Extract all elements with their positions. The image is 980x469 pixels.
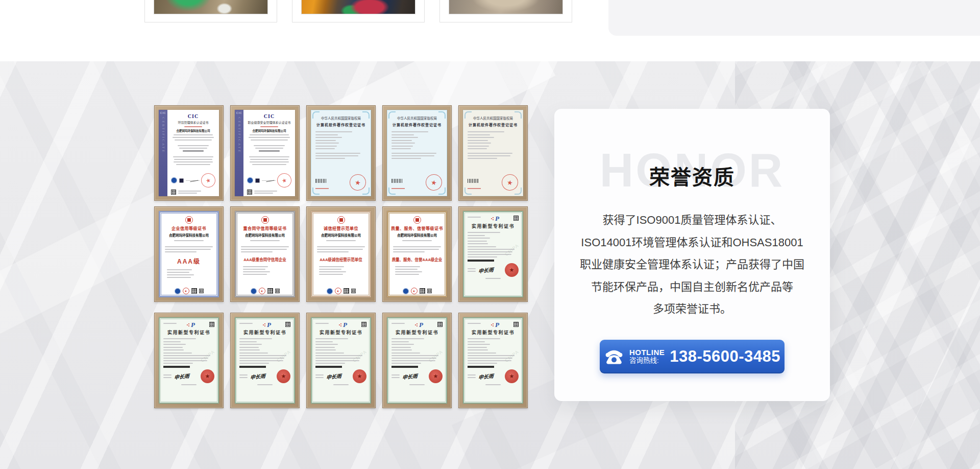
signature-line xyxy=(186,180,200,181)
signature-line xyxy=(262,180,276,181)
certificate-title: 实用新型专利证书 xyxy=(239,329,290,336)
cic-roundel-icon xyxy=(171,177,177,183)
certificate-company: 合肥珂玛环保科技有限公司 xyxy=(245,232,285,238)
gallery-card[interactable] xyxy=(292,0,425,22)
certificate-card-cic[interactable]: CICCERTIFICATECIC职业健康安全管理体系认证证书合肥珂玛环保科技有… xyxy=(230,105,300,201)
barcode-bar xyxy=(163,366,190,368)
certificate-title: 实用新型专利证书 xyxy=(391,329,443,336)
certificate-card-patent[interactable]: P实用新型专利证书申长雨★ xyxy=(458,206,528,302)
corner-flourish-icon xyxy=(388,111,396,119)
certificate-card-credit[interactable]: 质量、服务、信誉等级证书合肥珂玛环保科技有限公司质量、服务、信誉AAA级企业★ xyxy=(382,206,452,302)
red-star-roundel-icon: ★ xyxy=(259,288,265,294)
certificate-card-patent[interactable]: P实用新型专利证书申长雨★ xyxy=(458,313,528,408)
gallery-card[interactable] xyxy=(439,0,572,22)
certificate-award: AAA级 xyxy=(177,256,201,265)
hotline-button[interactable]: HOTLINE 咨询热线: 138-5600-3485 xyxy=(600,340,785,373)
barcode-bar xyxy=(315,366,342,368)
qr-code-icon xyxy=(199,289,204,293)
qr-code-icon xyxy=(437,322,443,327)
certificate-card-patent[interactable]: P实用新型专利证书申长雨★ xyxy=(154,313,224,408)
phone-icon xyxy=(604,348,624,365)
certificate-company: 合肥珂玛环保科技有限公司 xyxy=(247,129,291,133)
red-star-stamp-icon: ★ xyxy=(276,172,293,189)
cic-logo: CIC xyxy=(247,113,291,119)
qr-code-icon xyxy=(247,190,252,195)
qr-code-icon xyxy=(513,322,519,327)
certificate-card-patent[interactable]: P实用新型专利证书申长雨★ xyxy=(230,313,300,408)
signature: 申长雨 xyxy=(250,371,265,381)
barcode-bar xyxy=(468,366,494,368)
barcode-icon xyxy=(315,179,327,183)
hotline-phone-number: 138-5600-3485 xyxy=(670,347,780,366)
qr-code-icon xyxy=(361,322,366,327)
barcode-icon xyxy=(391,179,403,183)
certificate-company: 合肥珂玛环保科技有限公司 xyxy=(171,129,215,133)
certificate-title: 计算机软件著作权登记证书 xyxy=(468,122,519,127)
cnipa-logo-icon: P xyxy=(495,322,499,328)
concrete-trench-photo xyxy=(449,0,563,14)
red-star-roundel-icon: ★ xyxy=(183,288,189,294)
qr-code-icon xyxy=(513,216,519,221)
certificate-title: 环境管理体系认证证书 xyxy=(171,120,215,125)
qr-code-icon xyxy=(275,289,280,293)
cnipa-logo-icon: P xyxy=(191,322,195,328)
honor-description-line: ISO14001环境管理体系认证和OHSAS18001 xyxy=(574,231,811,254)
top-right-panel xyxy=(608,0,980,36)
qr-code-icon xyxy=(351,289,356,293)
patent-seal-icon: ★ xyxy=(429,369,443,383)
certification-roundel-icon xyxy=(327,288,333,294)
qr-code-icon xyxy=(427,289,432,293)
certificate-issuer: 中华人民共和国国家版权局 xyxy=(391,115,443,121)
hotline-labels: HOTLINE 咨询热线: xyxy=(629,348,665,365)
red-star-roundel-icon: ★ xyxy=(335,288,341,294)
signature: 申长雨 xyxy=(478,371,494,381)
certificate-award: 质量、服务、信誉AAA级企业 xyxy=(392,256,443,262)
certificate-side-band: CICCERTIFICATE xyxy=(235,110,243,196)
certificate-company: 合肥珂玛环保科技有限公司 xyxy=(397,232,437,238)
certificate-title: 计算机软件著作权登记证书 xyxy=(315,122,366,127)
certificate-award: AAA级诚信经营示范单位 xyxy=(320,256,362,262)
patent-seal-icon: ★ xyxy=(353,369,366,383)
qr-code-icon xyxy=(285,322,290,327)
section-title: 荣誉资质 xyxy=(554,166,830,189)
qr-code-icon xyxy=(420,288,425,294)
certificate-card-copyright[interactable]: 中华人民共和国国家版权局计算机软件著作权登记证书★ xyxy=(306,105,376,201)
qr-code-icon xyxy=(171,190,176,195)
hotline-label-zh: 咨询热线: xyxy=(629,357,659,365)
certificate-issuer: 中华人民共和国国家版权局 xyxy=(315,115,366,121)
cnipa-logo-icon: P xyxy=(495,216,499,222)
previous-section-bottom xyxy=(0,0,980,61)
qr-code-icon xyxy=(209,322,214,327)
honor-section: CICCERTIFICATECIC环境管理体系认证证书合肥珂玛环保科技有限公司★… xyxy=(0,61,980,469)
barcode-bar xyxy=(468,260,494,262)
red-star-stamp-icon: ★ xyxy=(200,172,217,189)
accreditation-mark-icon xyxy=(255,178,260,183)
certificate-card-copyright[interactable]: 中华人民共和国国家版权局计算机软件著作权登记证书★ xyxy=(458,105,528,201)
certificate-award: AAA级重合同守信用企业 xyxy=(243,256,286,262)
certificate-card-patent[interactable]: P实用新型专利证书申长雨★ xyxy=(306,313,376,408)
certificate-card-copyright[interactable]: 中华人民共和国国家版权局计算机软件著作权登记证书★ xyxy=(382,105,452,201)
certificate-side-band: CICCERTIFICATE xyxy=(159,110,167,196)
barcode-bar xyxy=(391,366,418,368)
red-star-roundel-icon: ★ xyxy=(411,288,418,294)
certificate-title: 重合同守信用等级证书 xyxy=(243,225,287,231)
certificate-card-credit[interactable]: 企业信用等级证书合肥珂玛环保科技有限公司AAA级★ xyxy=(154,206,224,302)
honor-description-line: 节能环保产品，中国自主创新名优产品等 xyxy=(574,276,811,298)
honor-description: 获得了ISO9001质量管理体系认证、ISO14001环境管理体系认证和OHSA… xyxy=(574,209,811,320)
certificate-issuer: 中华人民共和国国家版权局 xyxy=(468,115,519,121)
cic-logo: CIC xyxy=(171,113,215,119)
excavation-site-photo xyxy=(154,0,268,14)
gallery-card[interactable] xyxy=(144,0,277,22)
red-seal-icon xyxy=(261,216,269,224)
certificate-title: 质量、服务、信誉等级证书 xyxy=(391,225,443,231)
certificate-card-credit[interactable]: 诚信经营示范单位合肥珂玛环保科技有限公司AAA级诚信经营示范单位★ xyxy=(306,206,376,302)
certificate-company: 合肥珂玛环保科技有限公司 xyxy=(321,232,361,238)
certificate-card-patent[interactable]: P实用新型专利证书申长雨★ xyxy=(382,313,452,408)
signature: 申长雨 xyxy=(402,371,418,381)
certificate-card-credit[interactable]: 重合同守信用等级证书合肥珂玛环保科技有限公司AAA级重合同守信用企业★ xyxy=(230,206,300,302)
certificate-card-cic[interactable]: CICCERTIFICATECIC环境管理体系认证证书合肥珂玛环保科技有限公司★ xyxy=(154,105,224,201)
certificate-title: 诚信经营示范单位 xyxy=(324,225,358,231)
certificate-title: 实用新型专利证书 xyxy=(163,329,214,336)
signature: 申长雨 xyxy=(478,265,494,274)
red-seal-icon xyxy=(413,216,421,224)
